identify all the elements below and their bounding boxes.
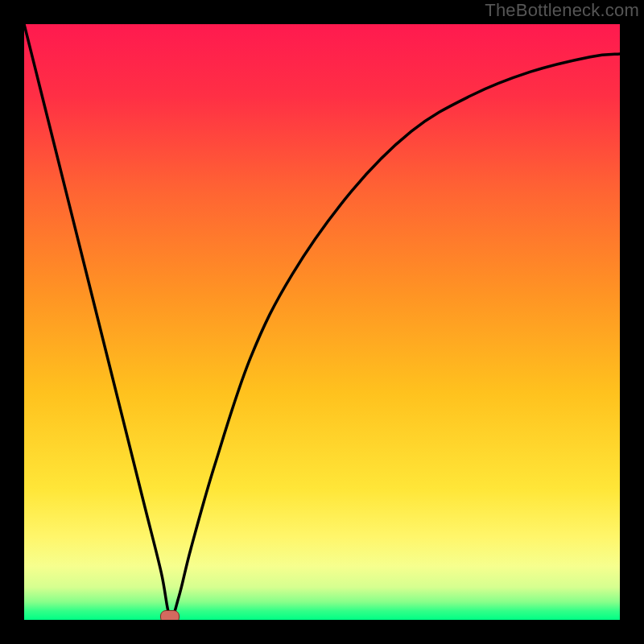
plot-area bbox=[24, 24, 620, 620]
watermark-text: TheBottleneck.com bbox=[485, 0, 639, 21]
optimal-point-marker bbox=[160, 610, 180, 620]
bottleneck-curve bbox=[24, 24, 620, 620]
chart-frame: TheBottleneck.com bbox=[0, 0, 644, 644]
